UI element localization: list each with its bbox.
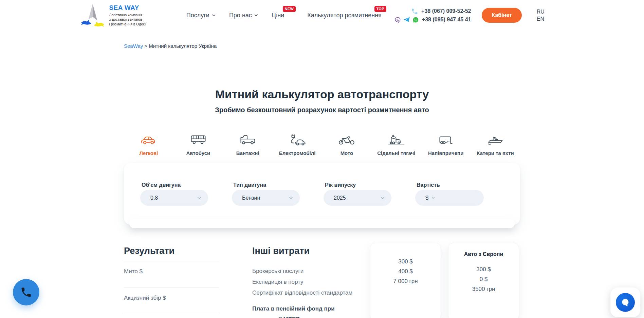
- results-column: Результати Мито $ Акцизний збір $: [124, 243, 219, 316]
- result-excise: Акцизний збір $: [124, 287, 219, 314]
- cost-item-certificate: Сертифікат відповідності стандартам: [252, 287, 368, 298]
- breadcrumb: SeaWay > Митний калькулятор Україна: [124, 43, 520, 49]
- cabinet-button[interactable]: Кабінет: [482, 8, 521, 23]
- europe-card: Авто з Європи 300 $ 0 $ 3500 грн: [448, 243, 519, 318]
- currency-select[interactable]: $: [425, 195, 428, 201]
- nav-item-prices[interactable]: Ціни NEW: [272, 12, 284, 19]
- vehicle-type-tabs: Легкові Автобуси Вантажні: [124, 133, 520, 156]
- tab-moto[interactable]: Мото: [322, 133, 372, 156]
- motorcycle-icon: [338, 133, 355, 145]
- tab-boats-yachts[interactable]: Катери та яхти: [471, 133, 520, 156]
- tab-trucks[interactable]: Вантажні: [223, 133, 273, 156]
- semi-truck-icon: [388, 133, 405, 145]
- viber-icon[interactable]: [394, 17, 401, 23]
- engine-type-field: Тип двигуна Бензин: [232, 182, 300, 225]
- breadcrumb-current: Митний калькулятор Україна: [149, 43, 217, 49]
- yacht-icon: [487, 133, 504, 145]
- europe-value-2: 0 $: [448, 274, 519, 284]
- new-badge: NEW: [283, 6, 296, 12]
- tab-semi-trucks[interactable]: Сідельні тягачі: [371, 133, 421, 156]
- nav-item-customs-calculator[interactable]: Калькулятор розмитнення TOP: [307, 12, 382, 19]
- year-field: Рік випуску 2025: [324, 182, 391, 225]
- phone-icon: [411, 8, 418, 15]
- engine-volume-field: Об'єм двигуна 0.8: [140, 182, 208, 225]
- tab-semi-trailers[interactable]: Напівпричепи: [421, 133, 471, 156]
- truck-icon: [239, 133, 256, 145]
- whatsapp-icon[interactable]: [412, 17, 419, 23]
- page-subtitle: Зробимо безкоштовний розрахунок вартості…: [0, 106, 644, 114]
- cost-value-1: 300 $: [370, 257, 441, 266]
- cost-value-3: 7 000 грн: [370, 276, 441, 286]
- cost-item-port: Експедиція в порту: [252, 277, 368, 287]
- phone-number-1[interactable]: +38 (067) 009-52-52: [421, 8, 471, 14]
- seaway-boat-logo-icon: [79, 3, 106, 27]
- price-field: Вартість $: [415, 182, 484, 225]
- chevron-down-icon: [289, 197, 293, 199]
- chevron-down-icon[interactable]: [431, 197, 435, 199]
- electric-car-icon: [289, 133, 306, 145]
- chat-fab-button[interactable]: [616, 293, 635, 312]
- lang-ru[interactable]: RU: [537, 9, 545, 15]
- europe-card-title: Авто з Європи: [448, 251, 519, 257]
- car-icon: [140, 133, 157, 145]
- engine-type-select[interactable]: Бензин: [232, 190, 300, 206]
- trailer-icon: [437, 133, 454, 145]
- logo-title: SEA WAY: [109, 4, 146, 12]
- calculator-form-card: Об'єм двигуна 0.8 Тип двигуна Бензин Рік…: [124, 163, 520, 225]
- cost-item-pension-fund: Плата в пенсійний фонд при реєстрації МР…: [252, 303, 349, 318]
- page-title: Митний калькулятор автотранспорту: [0, 88, 644, 101]
- results-section: Результати Мито $ Акцизний збір $ Інші в…: [124, 243, 520, 318]
- lang-en[interactable]: EN: [537, 16, 545, 22]
- logo-tagline: Логістична компанія з доставки вантажів …: [109, 13, 146, 27]
- nav-item-about[interactable]: Про нас: [229, 12, 258, 19]
- cost-value-2: 400 $: [370, 266, 441, 276]
- europe-value-3: 3500 грн: [448, 284, 519, 294]
- result-duty: Мито $: [124, 261, 219, 287]
- other-costs-title: Інші витрати: [252, 245, 368, 256]
- call-fab-button[interactable]: [13, 279, 39, 305]
- logo[interactable]: SEA WAY Логістична компанія з доставки в…: [79, 3, 146, 27]
- phone-number-2[interactable]: +38 (095) 947 45 41: [422, 17, 471, 23]
- chat-bubble-icon: [620, 297, 630, 307]
- nav-item-services[interactable]: Послуги: [186, 12, 216, 19]
- bus-icon: [190, 133, 207, 145]
- tab-electric-cars[interactable]: Електромобілі: [273, 133, 322, 156]
- other-costs-column: Інші витрати Брокерські послуги Експедиц…: [252, 243, 368, 318]
- chat-widget: [610, 287, 640, 317]
- telegram-icon[interactable]: [403, 17, 410, 23]
- chevron-down-icon: [212, 14, 216, 17]
- chevron-down-icon: [197, 197, 201, 199]
- cost-item-broker: Брокерські послуги: [252, 266, 368, 277]
- chevron-down-icon: [254, 14, 258, 17]
- price-input[interactable]: [438, 195, 477, 201]
- europe-value-1: 300 $: [448, 264, 519, 274]
- tab-buses[interactable]: Автобуси: [173, 133, 223, 156]
- engine-volume-select[interactable]: 0.8: [140, 190, 208, 206]
- chevron-down-icon: [381, 197, 385, 199]
- phone-icon: [20, 286, 32, 298]
- language-switcher: RU EN: [537, 9, 545, 22]
- top-badge: TOP: [374, 6, 386, 12]
- costs-values-card: 300 $ 400 $ 7 000 грн: [370, 243, 441, 318]
- breadcrumb-home-link[interactable]: SeaWay: [124, 43, 143, 49]
- year-select[interactable]: 2025: [324, 190, 391, 206]
- price-input-wrap: $: [415, 190, 484, 206]
- header-contacts: +38 (067) 009-52-52 +38 (095) 947 45 41: [394, 8, 471, 23]
- results-title: Результати: [124, 245, 219, 256]
- tab-cars[interactable]: Легкові: [124, 133, 173, 156]
- main-nav: Послуги Про нас Ціни NEW Калькулятор роз…: [186, 12, 382, 19]
- site-header: SEA WAY Логістична компанія з доставки в…: [69, 0, 575, 31]
